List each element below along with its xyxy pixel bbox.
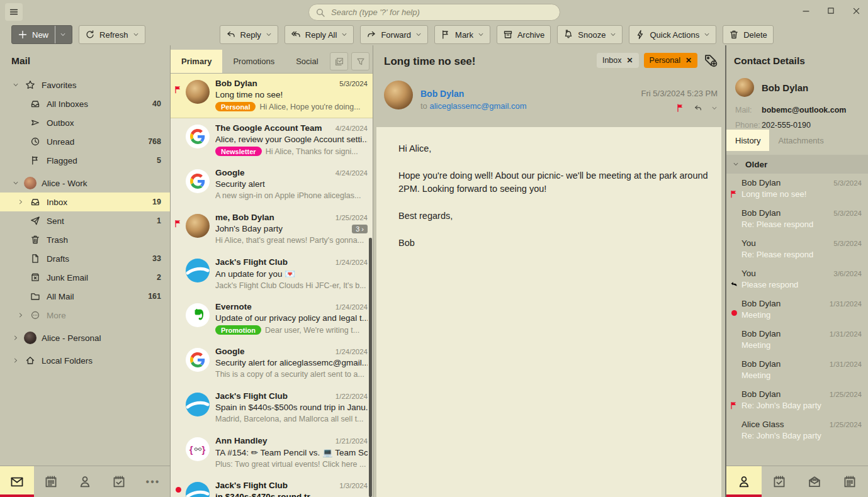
filter-icon[interactable] (351, 52, 369, 70)
sidebar-item-all-mail[interactable]: All Mail161 (0, 287, 170, 306)
toolbar-quick-actions-button[interactable]: Quick Actions (629, 25, 716, 44)
search-input[interactable] (330, 7, 553, 18)
sidebar-item-flagged[interactable]: Flagged5 (0, 151, 170, 170)
multi-select-icon[interactable] (330, 52, 348, 70)
tab-attachments[interactable]: Attachments (769, 130, 832, 151)
tab-primary[interactable]: Primary (171, 50, 222, 73)
hamburger-menu-icon[interactable] (5, 3, 23, 21)
flag-icon[interactable] (676, 103, 685, 113)
sidebar-item-local-folders[interactable]: Local Folders (0, 351, 170, 370)
remove-tag-icon[interactable]: ✕ (685, 56, 692, 65)
sender-avatar (384, 81, 413, 109)
history-item[interactable]: Bob Dylan1/31/2024Meeting (726, 294, 868, 325)
sender-name-link[interactable]: Bob Dylan (420, 89, 464, 99)
history-item[interactable]: Bob Dylan5/3/2024Re: Please respond (726, 204, 868, 234)
sidebar-item-sent[interactable]: Sent1 (0, 211, 170, 230)
message-tag-inbox[interactable]: Inbox✕ (597, 53, 639, 68)
toolbar-reply-button[interactable]: Reply (220, 25, 278, 44)
chevron-right-icon[interactable] (9, 335, 23, 341)
history-item[interactable]: Bob Dylan1/25/2024Re: John's Bday party (726, 385, 868, 415)
toolbar-delete-button[interactable]: Delete (723, 25, 774, 44)
mail-list-item[interactable]: Jack's Flight Club1/22/2024Spain in $440… (171, 386, 373, 431)
unread-count: 1 (157, 216, 161, 225)
module-calendar-button[interactable] (832, 466, 867, 497)
sidebar-item-favorites[interactable]: Favorites (0, 75, 170, 94)
history-item[interactable]: Bob Dylan1/31/2024Meeting (726, 325, 868, 355)
module-calendar-button[interactable] (34, 466, 68, 497)
toolbar-new-button[interactable]: New (11, 25, 72, 44)
tab-social[interactable]: Social (285, 50, 329, 73)
sidebar-item-junk-email[interactable]: Junk Email2 (0, 268, 170, 287)
module-more-button[interactable]: ••• (136, 466, 170, 497)
tag-newsletter[interactable]: Newsletter (215, 147, 262, 156)
sidebar-item-outbox[interactable]: Outbox (0, 113, 170, 132)
toolbar-archive-button[interactable]: Archive (497, 25, 551, 44)
tab-history[interactable]: History (726, 130, 769, 151)
chevron-right-icon[interactable] (14, 312, 28, 318)
mail-list-item[interactable]: Evernote1/24/2024Update of our privacy p… (171, 297, 373, 342)
reply-icon[interactable] (694, 104, 702, 113)
mail-value[interactable]: bobemc@outlook.com (762, 106, 846, 114)
toolbar-refresh-button[interactable]: Refresh (79, 25, 145, 44)
sidebar-item-more[interactable]: More (0, 306, 170, 325)
chevron-right-icon[interactable] (14, 199, 28, 205)
sidebar-item-drafts[interactable]: Drafts33 (0, 249, 170, 268)
chevron-right-icon[interactable] (9, 357, 23, 364)
mail-subject: Spain in $440s-$500s round trip in Janu.… (215, 403, 368, 412)
message-tag-personal[interactable]: Personal✕ (644, 53, 697, 68)
mail-list-item[interactable]: me, Bob Dylan1/25/2024John's Bday party3… (171, 208, 373, 252)
new-icon (18, 30, 28, 40)
mail-list-scrollbar[interactable] (369, 238, 372, 497)
module-contacts-button[interactable] (68, 466, 102, 497)
mail-list-item[interactable]: The Google Account Team4/24/2024Alice, r… (171, 118, 373, 163)
history-item[interactable]: Bob Dylan5/3/2024Long time no see! (726, 174, 868, 204)
maximize-button[interactable] (825, 5, 837, 16)
minimize-button[interactable] (800, 5, 811, 16)
history-item[interactable]: Alice Glass1/25/2024Re: John's Bday part… (726, 415, 868, 445)
module-contact-details-button[interactable] (726, 466, 762, 497)
recipient-address-link[interactable]: aliceglassemc@gmail.com (429, 101, 526, 111)
message-body: Hi Alice, Hope you're doing well! About … (376, 127, 721, 497)
close-button[interactable] (850, 5, 862, 16)
search-box[interactable] (308, 4, 560, 21)
mail-list-item[interactable]: Google1/24/2024Security alert for aliceg… (171, 342, 373, 386)
tag-personal[interactable]: Personal (215, 102, 256, 111)
history-item[interactable]: Bob Dylan1/31/2024Meeting (726, 355, 868, 385)
mail-list-item[interactable]: Google4/24/2024Security alertA new sign-… (171, 163, 373, 208)
module-mail-button[interactable] (0, 466, 34, 497)
tag-promotion[interactable]: Promotion (215, 325, 261, 335)
module-tasks-button[interactable] (102, 466, 136, 497)
history-group-older[interactable]: Older (726, 155, 868, 174)
sidebar-item-alice-personal[interactable]: Alice - Personal (0, 328, 170, 347)
toolbar-reply-all-button[interactable]: Reply All (285, 25, 354, 44)
chevron-down-icon[interactable] (711, 105, 718, 111)
sidebar-item-unread[interactable]: Unread768 (0, 132, 170, 151)
toolbar-snooze-button[interactable]: Snooze (557, 25, 623, 44)
toolbar-forward-button[interactable]: Forward (360, 25, 428, 44)
sidebar-item-all-inboxes[interactable]: All Inboxes40 (0, 94, 170, 113)
history-marker-none (726, 208, 741, 234)
history-item[interactable]: You5/3/2024Re: Please respond (726, 234, 868, 264)
sidebar-item-trash[interactable]: Trash (0, 230, 170, 249)
toolbar-mark-button[interactable]: Mark (434, 25, 490, 44)
chevron-down-icon[interactable] (9, 180, 23, 186)
mail-list-item[interactable]: {}Ann Handley1/21/2024TA #154: ✏ Team Pe… (171, 431, 373, 476)
module-agenda-button[interactable] (762, 466, 797, 497)
mail-list-item[interactable]: Bob Dylan5/3/2024Long time no see!Person… (171, 74, 373, 118)
tab-promotions[interactable]: Promotions (222, 50, 285, 73)
mail-list-item[interactable]: Jack's Flight Club1/3/2024in $340s-$470s… (171, 476, 373, 497)
sidebar-item-inbox[interactable]: Inbox19 (0, 193, 170, 211)
mail-list-tabs: Primary Promotions Social (171, 45, 373, 74)
history-item[interactable]: You3/6/2024Please respond (726, 264, 868, 294)
history-date: 1/25/2024 (830, 391, 862, 398)
remove-tag-icon[interactable]: ✕ (627, 56, 633, 65)
sender-logo-evernote (186, 303, 210, 327)
mail-subject: An update for you 💌 (215, 269, 368, 279)
add-tag-icon[interactable] (704, 53, 718, 67)
inbox-icon (28, 99, 43, 109)
chevron-down-icon[interactable] (9, 82, 23, 88)
mail-list-item[interactable]: Jack's Flight Club1/24/2024An update for… (171, 252, 373, 297)
module-mail-history-button[interactable] (797, 466, 832, 497)
thread-count-badge[interactable]: 3 › (352, 225, 368, 233)
sidebar-item-alice-work[interactable]: Alice - Work (0, 174, 170, 193)
